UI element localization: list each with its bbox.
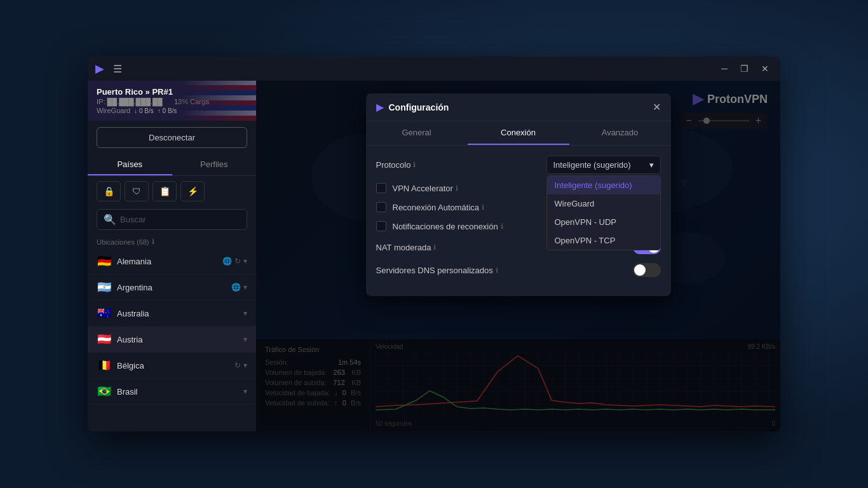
chevron-austria: ▾ [243,335,247,344]
dialog-title: Configuración [389,102,648,112]
right-panel: CONECTADO ⌂ ▽ ▽ ▽ ▽ ▽ ▽ ▶ [256,81,780,431]
shield-icon[interactable]: 🛡 [125,181,149,201]
flag-belgica: 🇧🇪 [97,358,112,372]
country-item-austria[interactable]: 🇦🇹 Austria ▾ [88,327,256,353]
file-icon[interactable]: 📋 [153,181,177,201]
chevron-alemania: ▾ [243,257,247,266]
sidebar-tabs: Países Perfiles [88,154,256,176]
country-name-belgica: Bélgica [117,361,229,370]
connection-header: Puerto Rico » PR#1 IP: ██.███.███.██ 13%… [88,81,256,121]
vpn-accelerator-info-icon: ℹ [456,184,458,193]
settings-dialog: ▶ Configuración ✕ General Conexión Avanz… [366,93,671,296]
moderate-nat-info-icon: ℹ [433,243,436,252]
tab-general[interactable]: General [366,121,468,145]
toolbar-icons: 🔒 🛡 📋 ⚡ [88,176,256,207]
auto-reconnect-info-icon: ℹ [482,203,484,212]
flag-brasil: 🇧🇷 [97,384,112,398]
disconnect-button[interactable]: Desconectar [97,127,247,148]
chevron-argentina: ▾ [243,283,247,292]
protocol-dropdown[interactable]: Inteligente (sugerido) ▾ Inteligente (su… [546,156,661,174]
flag-argentina: 🇦🇷 [97,280,112,294]
country-name-austria: Austria [117,335,238,344]
refresh-icon-alemania[interactable]: ↻ [234,257,241,266]
minimize-button[interactable]: ─ [717,62,731,75]
speed-down: ↓ 0 B/s [134,107,154,114]
maximize-button[interactable]: ❐ [736,62,752,75]
auto-reconnect-checkbox[interactable] [376,202,386,212]
search-icon: 🔍 [104,214,116,226]
protocol-info-icon: ℹ [413,161,416,169]
tab-paises[interactable]: Países [88,154,172,175]
dialog-tabs: General Conexión Avanzado [366,121,671,146]
menu-icon[interactable]: ☰ [113,63,122,75]
close-button[interactable]: ✕ [757,62,773,75]
chevron-australia: ▾ [243,309,247,318]
dialog-close-button[interactable]: ✕ [653,101,661,113]
window-controls: ─ ❐ ✕ [717,62,773,75]
speed-up: ↑ 0 B/s [158,107,177,114]
dialog-header: ▶ Configuración ✕ [366,93,671,121]
chevron-belgica: ▾ [243,361,247,370]
search-box[interactable]: 🔍 [97,209,247,230]
tab-avanzado[interactable]: Avanzado [569,121,671,145]
protocol-dropdown-menu: Inteligente (sugerido) WireGuard OpenVPN… [546,175,661,250]
info-icon: ℹ [152,238,154,246]
chevron-down-icon: ▾ [649,160,654,170]
dialog-overlay: ▶ Configuración ✕ General Conexión Avanz… [256,81,780,431]
title-bar: ▶ ☰ ─ ❐ ✕ [88,57,780,81]
globe-icon-argentina[interactable]: 🌐 [231,283,241,292]
reconnect-notifications-info-icon: ℹ [501,222,503,231]
country-name-brasil: Brasil [117,387,238,396]
flag-australia: 🇦🇺 [97,306,112,320]
locations-header: Ubicaciones (68) ℹ [88,235,256,248]
proton-logo-icon: ▶ [95,62,104,76]
lock-icon[interactable]: 🔒 [97,181,121,201]
setting-row-protocol: Protocolo ℹ Inteligente (sugerido) ▾ [376,156,661,174]
protocol-option-0[interactable]: Inteligente (sugerido) [547,176,660,194]
chevron-brasil: ▾ [243,387,247,396]
connection-flag [180,81,256,121]
app-window: ▶ ☰ ─ ❐ ✕ Puerto Rico » PR#1 IP: ██.███.… [88,57,780,431]
custom-dns-toggle[interactable] [633,263,661,277]
fast-icon[interactable]: ⚡ [180,181,205,201]
country-item-brasil[interactable]: 🇧🇷 Brasil ▾ [88,379,256,405]
vpn-accelerator-checkbox[interactable] [376,183,386,193]
country-item-belgica[interactable]: 🇧🇪 Bélgica ↻ ▾ [88,353,256,379]
sidebar: Puerto Rico » PR#1 IP: ██.███.███.██ 13%… [88,81,256,431]
country-list: 🇩🇪 Alemania 🌐 ↻ ▾ 🇦🇷 Argentina 🌐 ▾ [88,248,256,431]
dialog-logo-icon: ▶ [376,101,384,113]
country-name-argentina: Argentina [117,283,226,292]
protocol-option-2[interactable]: OpenVPN - UDP [547,213,660,231]
country-name-australia: Australia [117,309,238,318]
country-item-argentina[interactable]: 🇦🇷 Argentina 🌐 ▾ [88,274,256,301]
tab-conexion[interactable]: Conexión [468,121,569,145]
protocol-dropdown-button[interactable]: Inteligente (sugerido) ▾ [546,156,661,174]
globe-icon-alemania[interactable]: 🌐 [222,257,232,266]
flag-austria: 🇦🇹 [97,332,112,346]
country-item-alemania[interactable]: 🇩🇪 Alemania 🌐 ↻ ▾ [88,248,256,274]
main-layout: Puerto Rico » PR#1 IP: ██.███.███.██ 13%… [88,81,780,431]
setting-row-custom-dns: Servidores DNS personalizados ℹ [376,263,661,277]
tab-perfiles[interactable]: Perfiles [172,154,257,175]
reconnect-notifications-checkbox[interactable] [376,221,386,231]
protocol-option-3[interactable]: OpenVPN - TCP [547,231,660,250]
country-name-alemania: Alemania [117,257,217,266]
search-input[interactable] [120,215,240,224]
flag-alemania: 🇩🇪 [97,254,112,268]
country-item-australia[interactable]: 🇦🇺 Australia ▾ [88,301,256,327]
refresh-icon-belgica[interactable]: ↻ [234,361,241,370]
protocol-option-1[interactable]: WireGuard [547,194,660,213]
custom-dns-info-icon: ℹ [496,266,498,274]
dialog-body: Protocolo ℹ Inteligente (sugerido) ▾ [366,146,671,296]
